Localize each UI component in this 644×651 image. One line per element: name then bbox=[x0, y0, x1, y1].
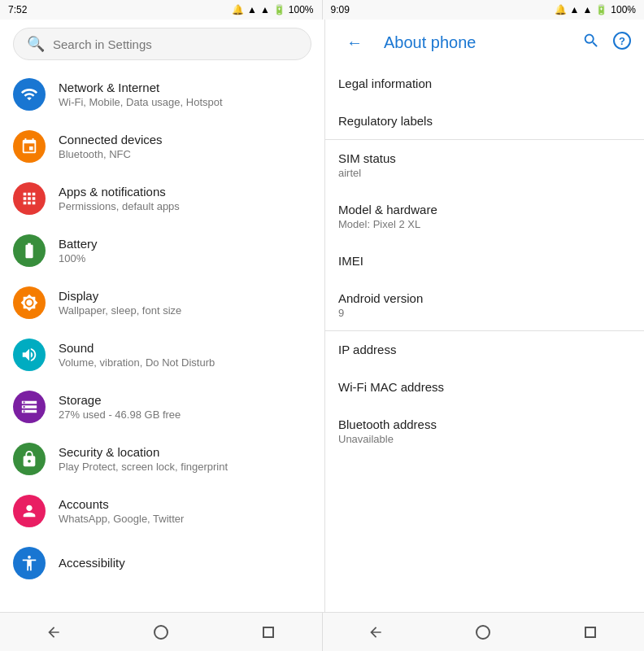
wifi-icon-left: ▲ bbox=[247, 4, 257, 15]
battery-icon bbox=[13, 234, 46, 267]
settings-item-display[interactable]: Display Wallpaper, sleep, font size bbox=[0, 277, 324, 329]
home-nav-left[interactable] bbox=[145, 616, 177, 649]
about-item-regulatory[interactable]: Regulatory labels bbox=[325, 103, 644, 140]
settings-item-accessibility[interactable]: Accessibility bbox=[0, 537, 324, 589]
settings-item-apps[interactable]: Apps & notifications Permissions, defaul… bbox=[0, 173, 324, 225]
accounts-icon bbox=[13, 495, 46, 527]
network-title: Network & Internet bbox=[59, 81, 311, 94]
settings-item-sound[interactable]: Sound Volume, vibration, Do Not Disturb bbox=[0, 329, 324, 381]
search-input[interactable] bbox=[53, 37, 298, 51]
search-bar[interactable]: 🔍 bbox=[13, 28, 311, 60]
network-icon bbox=[13, 78, 46, 111]
about-phone-panel: ← About phone ? Legal information Regula… bbox=[325, 20, 644, 612]
legal-title: Legal information bbox=[338, 76, 631, 90]
sound-subtitle: Volume, vibration, Do Not Disturb bbox=[59, 356, 311, 369]
ip-title: IP address bbox=[338, 343, 631, 356]
connected-icon bbox=[13, 130, 46, 163]
apps-text: Apps & notifications Permissions, defaul… bbox=[59, 185, 311, 212]
display-title: Display bbox=[59, 289, 311, 303]
about-item-ip[interactable]: IP address bbox=[325, 331, 644, 369]
storage-subtitle: 27% used - 46.98 GB free bbox=[59, 409, 311, 421]
back-nav-right[interactable] bbox=[359, 616, 392, 649]
nav-bars bbox=[0, 612, 644, 651]
about-item-bluetooth[interactable]: Bluetooth address Unavailable bbox=[325, 406, 644, 457]
display-icon bbox=[13, 286, 46, 319]
security-icon bbox=[13, 443, 46, 475]
apps-subtitle: Permissions, default apps bbox=[59, 200, 311, 212]
security-text: Security & location Play Protect, screen… bbox=[59, 445, 311, 473]
battery-pct-left: 100% bbox=[289, 4, 314, 15]
connected-subtitle: Bluetooth, NFC bbox=[59, 148, 311, 160]
signal-icon-right: ▲ bbox=[582, 4, 592, 15]
accounts-subtitle: WhatsApp, Google, Twitter bbox=[59, 513, 311, 525]
status-bar-right: 9:09 🔔 ▲ ▲ 🔋 100% bbox=[322, 0, 645, 20]
wifi-mac-title: Wi-Fi MAC address bbox=[338, 380, 631, 394]
display-text: Display Wallpaper, sleep, font size bbox=[59, 289, 311, 317]
settings-item-connected[interactable]: Connected devices Bluetooth, NFC bbox=[0, 120, 324, 173]
bluetooth-title: Bluetooth address bbox=[338, 417, 631, 431]
settings-item-storage[interactable]: Storage 27% used - 46.98 GB free bbox=[0, 381, 324, 433]
battery-subtitle: 100% bbox=[59, 252, 311, 264]
model-subtitle: Model: Pixel 2 XL bbox=[338, 218, 631, 230]
battery-title: Battery bbox=[59, 237, 311, 251]
battery-text: Battery 100% bbox=[59, 237, 311, 264]
settings-panel: 🔍 Network & Internet Wi-Fi, Mobile, Data… bbox=[0, 20, 325, 612]
about-item-legal[interactable]: Legal information bbox=[325, 65, 644, 103]
recents-nav-right[interactable] bbox=[574, 616, 607, 649]
imei-title: IMEI bbox=[338, 254, 631, 268]
sound-text: Sound Volume, vibration, Do Not Disturb bbox=[59, 341, 311, 369]
settings-item-security[interactable]: Security & location Play Protect, screen… bbox=[0, 433, 324, 485]
settings-item-battery[interactable]: Battery 100% bbox=[0, 225, 324, 277]
battery-icon-left: 🔋 bbox=[273, 4, 285, 15]
alarm-icon-left: 🔔 bbox=[232, 4, 244, 15]
status-bars: 7:52 🔔 ▲ ▲ 🔋 100% 9:09 🔔 ▲ ▲ 🔋 100% bbox=[0, 0, 644, 20]
search-icon: 🔍 bbox=[27, 35, 45, 53]
accounts-text: Accounts WhatsApp, Google, Twitter bbox=[59, 497, 311, 525]
model-title: Model & hardware bbox=[338, 203, 631, 216]
sound-title: Sound bbox=[59, 341, 311, 355]
nav-bar-left bbox=[0, 612, 323, 651]
connected-text: Connected devices Bluetooth, NFC bbox=[59, 133, 311, 160]
storage-text: Storage 27% used - 46.98 GB free bbox=[59, 393, 311, 421]
wifi-icon-right: ▲ bbox=[570, 4, 580, 15]
security-title: Security & location bbox=[59, 445, 311, 459]
back-nav-left[interactable] bbox=[37, 616, 70, 649]
status-icons-left: 🔔 ▲ ▲ 🔋 100% bbox=[232, 4, 313, 15]
status-bar-left: 7:52 🔔 ▲ ▲ 🔋 100% bbox=[0, 0, 322, 20]
time-right: 9:09 bbox=[331, 4, 350, 15]
settings-item-accounts[interactable]: Accounts WhatsApp, Google, Twitter bbox=[0, 485, 324, 537]
storage-icon bbox=[13, 391, 46, 423]
security-subtitle: Play Protect, screen lock, fingerprint bbox=[59, 461, 311, 473]
search-bar-container: 🔍 bbox=[0, 20, 324, 68]
about-header: ← About phone ? bbox=[325, 20, 644, 65]
accessibility-text: Accessibility bbox=[59, 556, 311, 571]
about-item-wifi-mac[interactable]: Wi-Fi MAC address bbox=[325, 369, 644, 406]
network-text: Network & Internet Wi-Fi, Mobile, Data u… bbox=[59, 81, 311, 108]
signal-icon-left: ▲ bbox=[260, 4, 270, 15]
regulatory-title: Regulatory labels bbox=[338, 114, 631, 128]
connected-title: Connected devices bbox=[59, 133, 311, 146]
settings-item-network[interactable]: Network & Internet Wi-Fi, Mobile, Data u… bbox=[0, 68, 324, 120]
about-item-model[interactable]: Model & hardware Model: Pixel 2 XL bbox=[325, 191, 644, 242]
help-button[interactable]: ? bbox=[613, 32, 631, 50]
about-header-icons: ? bbox=[582, 32, 631, 53]
android-subtitle: 9 bbox=[338, 307, 631, 319]
about-item-sim[interactable]: SIM status airtel bbox=[325, 140, 644, 191]
about-item-imei[interactable]: IMEI bbox=[325, 242, 644, 280]
home-nav-right[interactable] bbox=[467, 616, 499, 649]
status-icons-right: 🔔 ▲ ▲ 🔋 100% bbox=[555, 4, 636, 15]
search-button-header[interactable] bbox=[582, 32, 600, 53]
about-item-android[interactable]: Android version 9 bbox=[325, 280, 644, 331]
apps-icon bbox=[13, 182, 46, 215]
accessibility-title: Accessibility bbox=[59, 556, 311, 570]
back-button[interactable]: ← bbox=[338, 26, 371, 59]
accounts-title: Accounts bbox=[59, 497, 311, 511]
main-content: 🔍 Network & Internet Wi-Fi, Mobile, Data… bbox=[0, 20, 644, 612]
network-subtitle: Wi-Fi, Mobile, Data usage, Hotspot bbox=[59, 96, 311, 108]
alarm-icon-right: 🔔 bbox=[555, 4, 567, 15]
storage-title: Storage bbox=[59, 393, 311, 407]
android-title: Android version bbox=[338, 291, 631, 305]
nav-bar-right bbox=[323, 612, 645, 651]
recents-nav-left[interactable] bbox=[252, 616, 285, 649]
battery-icon-right: 🔋 bbox=[595, 4, 607, 15]
